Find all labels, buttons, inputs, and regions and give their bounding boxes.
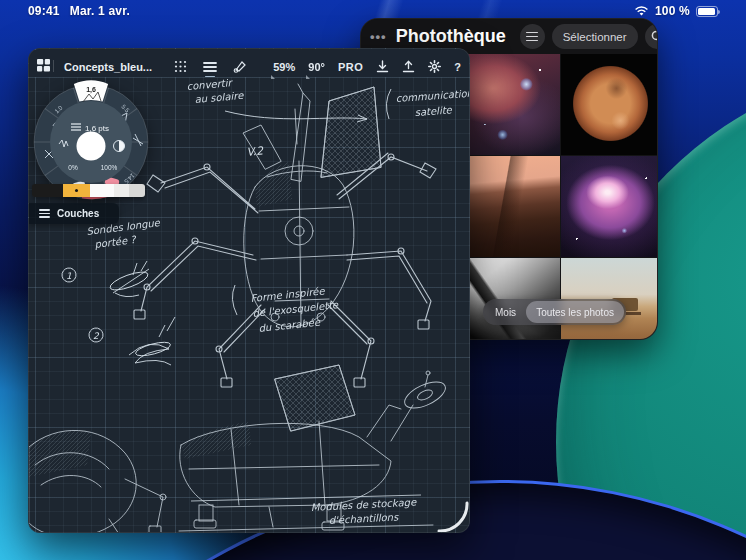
layers-panel-button[interactable] xyxy=(203,61,217,73)
photos-title: Photothèque xyxy=(396,26,506,47)
note-probes-line2: portée ? xyxy=(94,234,138,251)
gallery-icon xyxy=(37,59,51,72)
export-button[interactable] xyxy=(402,60,415,73)
window-resize-handle[interactable] xyxy=(439,503,467,531)
sketch-main-rover xyxy=(134,84,436,387)
stroke-size-value: 1,6 pts xyxy=(85,124,109,133)
filter-button[interactable] xyxy=(520,24,545,49)
note-comms-line1: communications xyxy=(395,87,470,104)
swatch-light-gray[interactable] xyxy=(114,184,130,197)
swatch-white[interactable] xyxy=(90,184,113,197)
window-options-button[interactable]: ••• xyxy=(370,29,387,44)
wifi-icon xyxy=(634,6,649,17)
note-storage-line1: Modules de stockage xyxy=(311,496,418,514)
segment-months[interactable]: Mois xyxy=(485,301,526,323)
photo-thumbnail-mars[interactable] xyxy=(561,54,658,155)
note-comms-line2: satelite xyxy=(414,104,453,118)
note-probe-number-2: 2 xyxy=(93,331,100,341)
segment-all-photos[interactable]: Toutes les photos xyxy=(526,301,624,323)
zoom-level[interactable]: 59% xyxy=(273,61,295,73)
note-exoskeleton-line3: du scarabée xyxy=(258,317,321,334)
photo-thumbnail-martian-hills[interactable] xyxy=(461,156,560,257)
concepts-app-window: Concepts_bleu... xyxy=(28,48,470,533)
layers-label: Couches xyxy=(57,208,99,219)
pro-badge[interactable]: PRO xyxy=(338,61,363,73)
selected-tool-size: 1,6 xyxy=(86,86,96,94)
toolbar-divider xyxy=(53,60,54,72)
swatch-yellow-selected[interactable] xyxy=(63,184,90,197)
sketch-partial-rover xyxy=(29,430,166,533)
status-bar: 09:41 Mar. 1 avr. 100 % xyxy=(0,0,746,22)
import-icon xyxy=(376,60,389,73)
probe-sketch-1 xyxy=(108,261,150,297)
rotation-value[interactable]: 90° xyxy=(308,61,325,73)
photo-thumbnail-horsehead-nebula[interactable] xyxy=(461,54,560,155)
gear-icon xyxy=(428,60,441,73)
note-storage-line2: d'échantillons xyxy=(329,511,400,526)
help-button[interactable]: ? xyxy=(454,61,461,73)
layers-burger-icon xyxy=(39,209,50,218)
search-icon xyxy=(651,30,658,43)
document-title: Concepts_bleu... xyxy=(64,61,152,73)
battery-percent: 100 % xyxy=(655,4,690,18)
note-probe-number-1: 1 xyxy=(66,271,72,281)
probe-sketch-2 xyxy=(129,317,175,365)
desktop: 09:41 Mar. 1 avr. 100 % ••• Photothèque … xyxy=(0,0,746,560)
select-button[interactable]: Sélectionner xyxy=(552,24,638,49)
filter-lines-icon xyxy=(526,32,538,42)
swatch-gray[interactable] xyxy=(129,184,145,197)
opacity-min-label: 0% xyxy=(68,164,78,171)
date: Mar. 1 avr. xyxy=(70,4,130,18)
export-icon xyxy=(402,60,415,73)
gallery-button[interactable] xyxy=(37,59,51,72)
photo-thumbnail-orion-nebula[interactable] xyxy=(561,156,658,257)
battery-icon xyxy=(696,6,718,17)
brush-preview-dot[interactable] xyxy=(77,132,106,161)
menu-lines-icon xyxy=(203,61,217,73)
note-solar-line2: au solaire xyxy=(194,90,244,105)
selection-tool-button[interactable] xyxy=(233,60,247,73)
import-button[interactable] xyxy=(376,60,389,73)
settings-button[interactable] xyxy=(428,60,441,73)
layers-panel-toggle[interactable]: Couches xyxy=(29,203,119,224)
swatch-black[interactable] xyxy=(32,184,63,197)
library-view-segmented-control: Mois Toutes les photos xyxy=(483,299,626,325)
search-button[interactable] xyxy=(645,24,658,49)
opacity-max-label: 100% xyxy=(101,164,118,171)
clock: 09:41 xyxy=(28,4,60,18)
grid-dots-icon xyxy=(174,60,187,73)
note-version: V.2 xyxy=(246,144,265,159)
concepts-toolbar: Concepts_bleu... xyxy=(29,49,469,77)
color-swatch-bar xyxy=(32,184,145,197)
note-solar-line1: convertir xyxy=(186,77,234,92)
precision-grid-button[interactable] xyxy=(174,60,187,73)
vector-nib-icon xyxy=(233,60,247,73)
